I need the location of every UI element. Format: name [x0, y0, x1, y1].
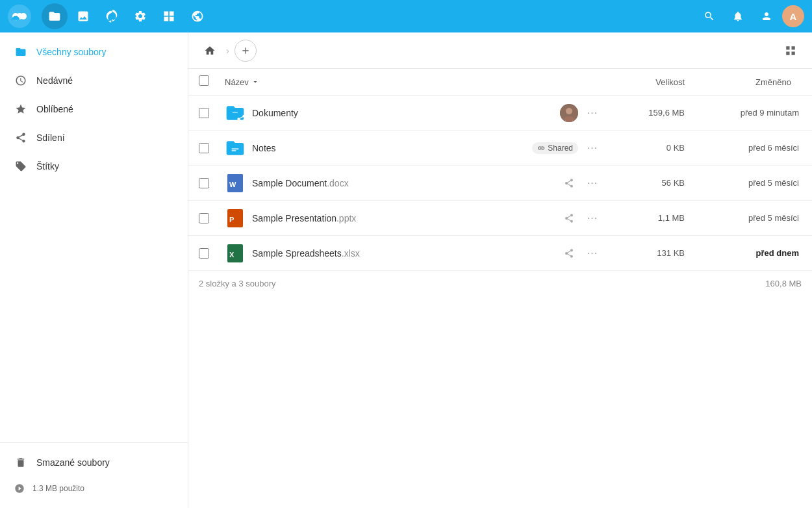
- sidebar-item-trash[interactable]: Smazané soubory: [0, 448, 188, 477]
- file-size-doc: 56 KB: [607, 178, 685, 188]
- header-name[interactable]: Název: [225, 77, 607, 87]
- file-size-notes: 0 KB: [607, 143, 685, 153]
- clock-icon: [13, 73, 29, 88]
- file-size-pptx: 1,1 MB: [607, 213, 685, 223]
- activity-nav-icon[interactable]: [99, 3, 125, 29]
- name-column-label[interactable]: Název: [225, 77, 607, 87]
- pptx-icon: P: [225, 208, 246, 229]
- modified-column-label: Změněno: [685, 77, 791, 87]
- file-table-header: Název Velikost Změněno: [188, 69, 812, 95]
- file-size-xlsx: 131 KB: [607, 248, 685, 258]
- file-actions-doc: ···: [560, 174, 602, 192]
- sidebar-label-trash: Smazané soubory: [36, 457, 110, 468]
- topnav-icons: [42, 3, 210, 29]
- row-check-pptx[interactable]: [199, 213, 225, 223]
- notifications-icon[interactable]: [725, 3, 751, 29]
- share-icon: [13, 130, 29, 146]
- shared-avatar-dokumenty: [560, 104, 578, 122]
- checkbox-xlsx[interactable]: [199, 248, 209, 259]
- sidebar-item-all-files[interactable]: Všechny soubory: [0, 38, 188, 66]
- files-nav-icon[interactable]: [42, 3, 68, 29]
- sidebar-label-tags: Štítky: [36, 161, 59, 171]
- svg-text:☁: ☁: [10, 11, 19, 21]
- more-options-dokumenty[interactable]: ···: [583, 104, 602, 122]
- file-info-notes: Notes: [225, 138, 532, 159]
- add-button[interactable]: [235, 40, 257, 62]
- file-modified-dokumenty: před 9 minutam: [685, 108, 802, 118]
- table-row[interactable]: X Sample Spreadsheets.xlsx ··· 131: [188, 236, 812, 271]
- photos-nav-icon[interactable]: [70, 3, 96, 29]
- file-modified-pptx: před 5 měsíci: [685, 213, 802, 223]
- file-name-dokumenty: Dokumenty: [252, 108, 298, 118]
- sidebar-item-shared[interactable]: Sdílení: [0, 123, 188, 152]
- row-check-dokumenty[interactable]: [199, 108, 225, 118]
- file-info-xlsx: X Sample Spreadsheets.xlsx: [225, 243, 560, 264]
- user-avatar[interactable]: A: [782, 5, 804, 27]
- table-row[interactable]: W Sample Document.docx ··· 56 KB: [188, 166, 812, 201]
- header-check[interactable]: [199, 75, 225, 88]
- select-all-checkbox[interactable]: [199, 75, 209, 86]
- file-modified-notes: před 6 měsíci: [685, 143, 802, 153]
- dashboard-nav-icon[interactable]: [156, 3, 182, 29]
- row-check-doc[interactable]: [199, 178, 225, 188]
- share-icon-xlsx[interactable]: [560, 244, 578, 262]
- contacts-icon[interactable]: [754, 3, 780, 29]
- header-modified[interactable]: Změněno: [685, 77, 802, 87]
- row-check-notes[interactable]: [199, 143, 225, 153]
- tag-icon: [13, 159, 29, 174]
- folder-icon-notes: [225, 138, 246, 159]
- topnav: ☁: [0, 0, 812, 32]
- row-check-xlsx[interactable]: [199, 248, 225, 259]
- folder-icon-dokumenty: [225, 103, 246, 123]
- star-icon: [13, 101, 29, 117]
- checkbox-pptx[interactable]: [199, 213, 209, 223]
- file-table: Název Velikost Změněno: [188, 69, 812, 508]
- more-options-pptx[interactable]: ···: [583, 209, 602, 227]
- sidebar-item-tags[interactable]: Štítky: [0, 152, 188, 181]
- file-modified-doc: před 5 měsíci: [685, 178, 802, 188]
- docx-icon: W: [225, 173, 246, 194]
- table-row[interactable]: P Sample Presentation.pptx ··· 1,1: [188, 201, 812, 236]
- svg-point-6: [566, 108, 572, 114]
- sidebar-item-recent[interactable]: Nedávné: [0, 66, 188, 95]
- storage-label: 1.3 MB použito: [32, 484, 84, 493]
- sidebar-label-favorites: Oblíbené: [36, 104, 73, 114]
- sidebar-item-favorites[interactable]: Oblíbené: [0, 95, 188, 123]
- file-info-dokumenty: Dokumenty: [225, 103, 560, 123]
- sidebar-label-recent: Nedávné: [36, 75, 73, 86]
- content-area: ›: [188, 32, 812, 508]
- sidebar-label-shared: Sdílení: [36, 133, 65, 143]
- more-options-doc[interactable]: ···: [583, 174, 602, 192]
- nextcloud-logo[interactable]: ☁: [8, 5, 31, 28]
- svg-text:P: P: [229, 216, 234, 223]
- globe-nav-icon[interactable]: [184, 3, 210, 29]
- shared-badge-notes: Shared: [532, 142, 578, 154]
- file-name-notes: Notes: [252, 143, 276, 153]
- size-column-label: Velikost: [607, 77, 685, 87]
- topnav-right: A: [696, 3, 804, 29]
- folder-icon: [13, 44, 29, 60]
- sidebar-label-all-files: Všechny soubory: [36, 47, 106, 57]
- main-layout: Všechny soubory Nedávné Oblíbené: [0, 32, 812, 508]
- more-options-notes[interactable]: ···: [583, 139, 602, 157]
- share-icon-doc[interactable]: [560, 174, 578, 192]
- storage-info: 1.3 MB použito: [0, 477, 188, 500]
- share-icon-pptx[interactable]: [560, 209, 578, 227]
- file-info-pptx: P Sample Presentation.pptx: [225, 208, 560, 229]
- checkbox-notes[interactable]: [199, 143, 209, 153]
- sidebar: Všechny soubory Nedávné Oblíbené: [0, 32, 188, 508]
- sidebar-bottom: Smazané soubory 1.3 MB použito: [0, 442, 188, 508]
- header-size[interactable]: Velikost: [607, 77, 685, 87]
- search-icon[interactable]: [696, 3, 722, 29]
- checkbox-dokumenty[interactable]: [199, 108, 209, 118]
- file-size-dokumenty: 159,6 MB: [607, 108, 685, 118]
- table-row[interactable]: Notes Shared ··· 0 KB před 6 měsíci: [188, 131, 812, 166]
- trash-icon: [13, 455, 29, 470]
- home-button[interactable]: [199, 40, 221, 62]
- table-row[interactable]: Dokumenty ··· 159,6 MB: [188, 95, 812, 131]
- grid-view-button[interactable]: [780, 40, 802, 62]
- file-name-xlsx: Sample Spreadsheets.xlsx: [252, 248, 360, 259]
- checkbox-doc[interactable]: [199, 178, 209, 188]
- more-options-xlsx[interactable]: ···: [583, 244, 602, 262]
- settings-nav-icon[interactable]: [127, 3, 153, 29]
